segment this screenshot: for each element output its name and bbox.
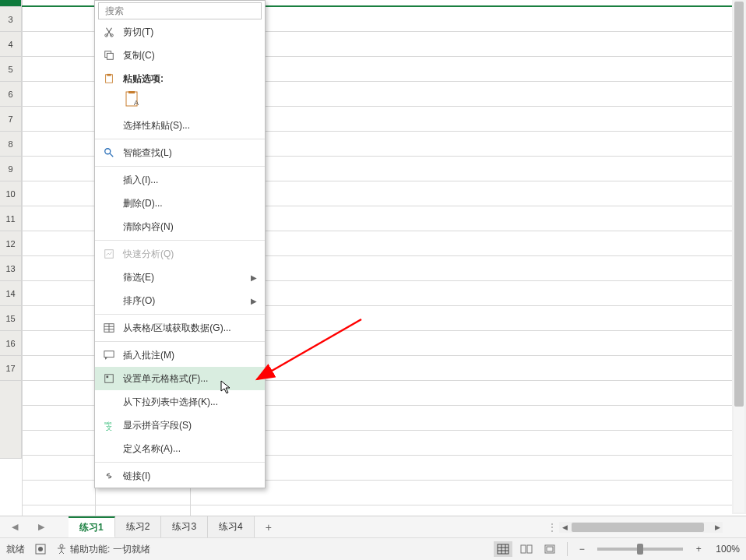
menu-paste-options: 粘贴选项: (95, 67, 265, 90)
row-header[interactable]: 8 (0, 132, 22, 157)
view-page-layout-button[interactable] (517, 541, 536, 557)
menu-separator (95, 240, 265, 241)
zoom-level[interactable]: 100% (716, 544, 740, 555)
menu-label: 排序(O) (123, 294, 155, 308)
sheet-tab[interactable]: 练习4 (208, 516, 255, 537)
menu-clear-contents[interactable]: 清除内容(N) (95, 215, 265, 238)
context-menu-search[interactable]: 搜索 (98, 2, 262, 19)
menu-label: 复制(C) (123, 49, 155, 62)
menu-label: 快速分析(Q) (123, 248, 174, 261)
menu-get-data-from-table[interactable]: 从表格/区域获取数据(G)... (95, 316, 265, 340)
svg-rect-12 (104, 351, 114, 357)
add-sheet-button[interactable]: + (255, 516, 283, 537)
menu-label: 插入(I)... (123, 174, 158, 187)
context-menu: 搜索 剪切(T) 复制(C) 粘贴选项: A 选择性粘贴(S)... 智能查找(… (94, 0, 266, 488)
row-header[interactable]: 12 (0, 231, 22, 256)
svg-point-20 (60, 544, 63, 548)
horizontal-scrollbar[interactable]: ◀ ▶ (559, 522, 723, 533)
svg-rect-22 (521, 545, 526, 553)
menu-show-pinyin[interactable]: wén文 显示拼音字段(S) (95, 414, 265, 437)
menu-filter[interactable]: 筛选(E) ▶ (95, 266, 265, 289)
menu-label: 筛选(E) (123, 271, 154, 284)
menu-separator (95, 341, 265, 342)
paste-options-row: A (95, 90, 265, 114)
menu-label: 粘贴选项: (123, 72, 164, 86)
menu-label: 从下拉列表中选择(K)... (123, 396, 218, 409)
pinyin-icon: wén文 (103, 419, 115, 431)
menu-smart-lookup[interactable]: 智能查找(L) (95, 141, 265, 164)
vertical-scrollbar[interactable] (732, 0, 746, 514)
view-page-break-button[interactable] (540, 541, 559, 557)
macro-record-icon[interactable] (34, 543, 47, 555)
row-header[interactable]: 6 (0, 82, 22, 107)
accessibility-status[interactable]: 辅助功能: 一切就绪 (56, 543, 150, 556)
menu-delete[interactable]: 删除(D)... (95, 192, 265, 215)
menu-separator (95, 139, 265, 139)
row-header[interactable]: 11 (0, 206, 22, 231)
search-placeholder: 搜索 (105, 5, 124, 18)
accessibility-label: 辅助功能: 一切就绪 (70, 543, 150, 556)
sheet-tab[interactable]: 练习2 (115, 516, 162, 537)
menu-insert[interactable]: 插入(I)... (95, 168, 265, 192)
chevron-right-icon: ▶ (251, 297, 257, 305)
menu-define-name[interactable]: 定义名称(A)... (95, 437, 265, 460)
menu-label: 插入批注(M) (123, 349, 174, 362)
row-header-2-partial[interactable] (0, 0, 22, 7)
menu-pick-from-list[interactable]: 从下拉列表中选择(K)... (95, 390, 265, 414)
vertical-scrollbar-thumb[interactable] (734, 2, 744, 407)
row-header[interactable]: 3 (0, 7, 22, 32)
menu-label: 删除(D)... (123, 197, 163, 210)
menu-quick-analysis: 快速分析(Q) (95, 242, 265, 266)
row-header[interactable]: 4 (0, 32, 22, 57)
row-header[interactable]: 10 (0, 181, 22, 206)
status-ready: 就绪 (6, 543, 25, 556)
row-header-overflow[interactable] (0, 381, 22, 459)
hscroll-thumb[interactable] (572, 523, 704, 532)
row-header[interactable]: 15 (0, 306, 22, 331)
cut-icon (103, 26, 115, 38)
svg-rect-5 (107, 74, 111, 76)
row-header[interactable]: 5 (0, 57, 22, 82)
menu-cut[interactable]: 剪切(T) (95, 20, 265, 44)
accessibility-icon (56, 544, 67, 555)
svg-rect-21 (498, 544, 508, 554)
row-header[interactable]: 7 (0, 107, 22, 132)
row-header[interactable]: 13 (0, 256, 22, 281)
menu-format-cells[interactable]: 设置单元格格式(F)... (95, 367, 265, 390)
format-cells-icon (103, 372, 115, 385)
zoom-out-button[interactable]: − (575, 544, 588, 555)
tab-nav-prev[interactable]: ◀ (6, 518, 23, 537)
sheet-tab[interactable]: 练习3 (161, 516, 208, 537)
zoom-in-button[interactable]: + (692, 544, 705, 555)
menu-sort[interactable]: 排序(O) ▶ (95, 289, 265, 312)
row-header[interactable]: 17 (0, 356, 22, 381)
menu-copy[interactable]: 复制(C) (95, 44, 265, 67)
copy-icon (103, 49, 115, 62)
tab-nav-next[interactable]: ▶ (33, 518, 50, 537)
menu-insert-comment[interactable]: 插入批注(M) (95, 343, 265, 367)
row-header[interactable]: 16 (0, 331, 22, 356)
comment-icon (103, 349, 115, 361)
row-header[interactable]: 14 (0, 281, 22, 306)
svg-rect-14 (107, 376, 109, 379)
zoom-slider[interactable] (597, 548, 683, 551)
menu-link[interactable]: 链接(I) (95, 464, 265, 488)
row-header[interactable]: 9 (0, 157, 22, 181)
menu-paste-special[interactable]: 选择性粘贴(S)... (95, 114, 265, 137)
paste-default-button[interactable]: A (125, 90, 140, 106)
link-icon (103, 470, 115, 482)
svg-rect-23 (527, 545, 532, 553)
row-headers: 3 4 5 6 7 8 9 10 11 12 13 14 15 16 17 (0, 0, 22, 459)
svg-point-19 (38, 547, 43, 551)
svg-point-9 (105, 149, 111, 154)
status-bar: 就绪 辅助功能: 一切就绪 − + 100% (0, 537, 746, 560)
sheet-tab[interactable]: 练习1 (69, 516, 115, 537)
hscroll-grip[interactable]: ⋮ (548, 521, 556, 534)
hscroll-left[interactable]: ◀ (559, 522, 570, 533)
view-normal-button[interactable] (494, 541, 512, 557)
menu-separator (95, 166, 265, 167)
zoom-slider-handle[interactable] (637, 544, 643, 555)
hscroll-right[interactable]: ▶ (712, 522, 723, 533)
sheet-tabs: 练习1 练习2 练习3 练习4 + (69, 516, 283, 537)
menu-label: 智能查找(L) (123, 146, 172, 160)
